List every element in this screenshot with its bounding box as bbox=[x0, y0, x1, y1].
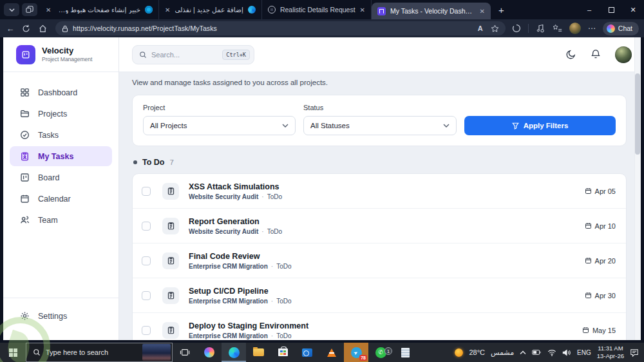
task-checkbox[interactable] bbox=[142, 291, 151, 300]
sidebar-item-settings[interactable]: Settings bbox=[3, 306, 118, 326]
sidebar-item-calendar[interactable]: Calendar bbox=[3, 189, 118, 209]
task-view-button[interactable] bbox=[173, 343, 197, 362]
tab-title: إضافة عمل جديد | نفذلي bbox=[175, 6, 243, 14]
sidebar-item-projects[interactable]: Projects bbox=[3, 104, 118, 124]
section-count: 7 bbox=[169, 158, 173, 166]
task-list: XSS Attack Simulations Website Security … bbox=[132, 173, 627, 340]
minimize-button[interactable]: – bbox=[578, 0, 600, 19]
taskbar-outlook-button[interactable] bbox=[295, 343, 319, 362]
project-filter-select[interactable]: All Projects bbox=[143, 116, 296, 135]
task-row[interactable]: XSS Attack Simulations Website Security … bbox=[133, 174, 626, 209]
taskbar-copilot-button[interactable] bbox=[197, 343, 222, 362]
settings-more-button[interactable]: ⋯ bbox=[588, 24, 596, 33]
refresh-button[interactable] bbox=[22, 24, 32, 33]
status-filter-select[interactable]: All Statuses bbox=[303, 116, 457, 135]
notifications-bell-icon[interactable] bbox=[591, 49, 601, 60]
calendar-icon bbox=[20, 194, 30, 204]
status-filter-label: Status bbox=[303, 104, 457, 111]
tray-language[interactable]: ENG bbox=[577, 349, 591, 356]
sidebar-item-board[interactable]: Board bbox=[3, 167, 118, 187]
search-highlight-image[interactable] bbox=[142, 344, 171, 361]
battery-icon[interactable] bbox=[532, 349, 542, 356]
tray-date: 13-Apr-26 bbox=[597, 352, 624, 359]
app-topbar: Search... Ctrl+K bbox=[119, 37, 641, 72]
media-controls-icon[interactable] bbox=[536, 24, 545, 33]
volume-icon[interactable] bbox=[562, 349, 571, 356]
task-project: Website Security Audit bbox=[189, 193, 258, 200]
start-button[interactable] bbox=[0, 343, 26, 362]
sidebar-item-tasks[interactable]: Tasks bbox=[3, 125, 118, 145]
task-checkbox[interactable] bbox=[142, 222, 151, 231]
apply-filters-button[interactable]: Apply Filters bbox=[464, 116, 616, 135]
users-icon bbox=[20, 215, 30, 225]
hidden-icons-chevron-icon[interactable] bbox=[520, 350, 526, 355]
browser-tab-strip: خبير إنشاء صفحات هبوط ومسارات بي ✕ إضافة… bbox=[0, 0, 644, 19]
page-scrollbar[interactable] bbox=[634, 37, 641, 340]
windows-logo-icon bbox=[9, 348, 17, 357]
taskbar-whatsapp-button[interactable]: ✆ 1 bbox=[368, 343, 393, 362]
browser-profile-avatar[interactable] bbox=[569, 23, 581, 34]
sidebar-nav: Dashboard Projects Tasks My Tasks Board bbox=[3, 72, 118, 230]
tab-my-tasks-active[interactable]: My Tasks - Velocity Dashboard ✕ bbox=[372, 3, 491, 19]
weather-sun-icon[interactable] bbox=[455, 348, 463, 357]
task-checkbox[interactable] bbox=[142, 187, 151, 196]
task-clipboard-icon bbox=[162, 252, 179, 269]
task-row[interactable]: Report Generation Website Security Audit… bbox=[133, 209, 626, 243]
taskbar-explorer-button[interactable] bbox=[246, 343, 270, 362]
maximize-button[interactable] bbox=[600, 0, 622, 19]
browser-essentials-icon[interactable] bbox=[512, 24, 521, 33]
restore-icon bbox=[609, 7, 614, 13]
back-button[interactable]: ← bbox=[5, 24, 15, 33]
taskbar-store-button[interactable] bbox=[270, 343, 295, 362]
tab-khabeer[interactable]: خبير إنشاء صفحات هبوط ومسارات بي ✕ bbox=[40, 0, 159, 19]
home-button[interactable] bbox=[39, 24, 49, 33]
dark-mode-toggle-moon-icon[interactable] bbox=[565, 49, 576, 60]
copilot-chat-button[interactable]: Chat bbox=[603, 22, 639, 35]
page-content: View and manage tasks assigned to you ac… bbox=[119, 72, 641, 340]
sidebar-item-team[interactable]: Team bbox=[3, 210, 118, 230]
workspaces-button[interactable] bbox=[22, 3, 37, 16]
scrollbar-thumb[interactable] bbox=[635, 73, 640, 155]
tab-close-icon[interactable]: ✕ bbox=[46, 6, 51, 14]
tab-close-icon[interactable]: ✕ bbox=[165, 6, 170, 14]
chat-label: Chat bbox=[618, 24, 632, 32]
tray-temperature[interactable]: 28°C bbox=[469, 348, 485, 356]
address-bar[interactable]: https://velocity.runasp.net/ProjectTask/… bbox=[55, 21, 506, 35]
calendar-icon bbox=[585, 292, 592, 299]
favorite-star-icon[interactable] bbox=[491, 24, 499, 33]
read-aloud-button[interactable]: A bbox=[478, 24, 483, 33]
tab-nafezly[interactable]: إضافة عمل جديد | نفذلي ✕ bbox=[159, 0, 262, 19]
tray-clock[interactable]: 11:31 AM 13-Apr-26 bbox=[597, 345, 624, 360]
tab-search-button[interactable] bbox=[4, 3, 19, 16]
taskbar-telegram-button[interactable]: ➤ 78 bbox=[344, 343, 368, 362]
taskbar-notepad-button[interactable] bbox=[393, 343, 417, 362]
lock-icon bbox=[62, 25, 68, 32]
web-page: Velocity Project Management Dashboard Pr… bbox=[3, 37, 641, 340]
task-row[interactable]: Setup CI/CD Pipeline Enterprise CRM Migr… bbox=[133, 278, 626, 313]
taskbar-vlc-button[interactable] bbox=[319, 343, 344, 362]
user-avatar[interactable] bbox=[615, 46, 632, 63]
calendar-icon bbox=[585, 257, 592, 264]
sidebar-item-my-tasks[interactable]: My Tasks bbox=[10, 146, 112, 166]
global-search-input[interactable]: Search... Ctrl+K bbox=[132, 45, 254, 64]
task-row[interactable]: Final Code Review Enterprise CRM Migrati… bbox=[133, 243, 626, 278]
new-tab-button[interactable]: + bbox=[491, 5, 512, 15]
gear-icon bbox=[20, 311, 30, 321]
sidebar-item-dashboard[interactable]: Dashboard bbox=[3, 82, 118, 102]
tray-weather-condition[interactable]: مشمس bbox=[491, 348, 514, 357]
favorites-hub-icon[interactable] bbox=[553, 24, 562, 33]
action-center-icon[interactable] bbox=[630, 348, 639, 357]
tab-realistic-details[interactable]: Realistic Details Request ✕ bbox=[262, 0, 372, 19]
task-checkbox[interactable] bbox=[142, 326, 151, 335]
close-button[interactable]: ✕ bbox=[622, 0, 644, 19]
tab-close-icon[interactable]: ✕ bbox=[480, 8, 485, 15]
tab-close-icon[interactable]: ✕ bbox=[360, 6, 365, 14]
task-row[interactable]: Deploy to Staging Environment Enterprise… bbox=[133, 313, 626, 340]
task-due-date: May 15 bbox=[592, 327, 616, 334]
wifi-icon[interactable] bbox=[547, 349, 556, 356]
task-clipboard-icon bbox=[162, 287, 179, 304]
taskbar-search-box[interactable]: Type here to search bbox=[26, 343, 173, 362]
task-checkbox[interactable] bbox=[142, 256, 151, 265]
taskbar-edge-button[interactable] bbox=[222, 343, 246, 362]
grid-icon bbox=[20, 88, 30, 97]
